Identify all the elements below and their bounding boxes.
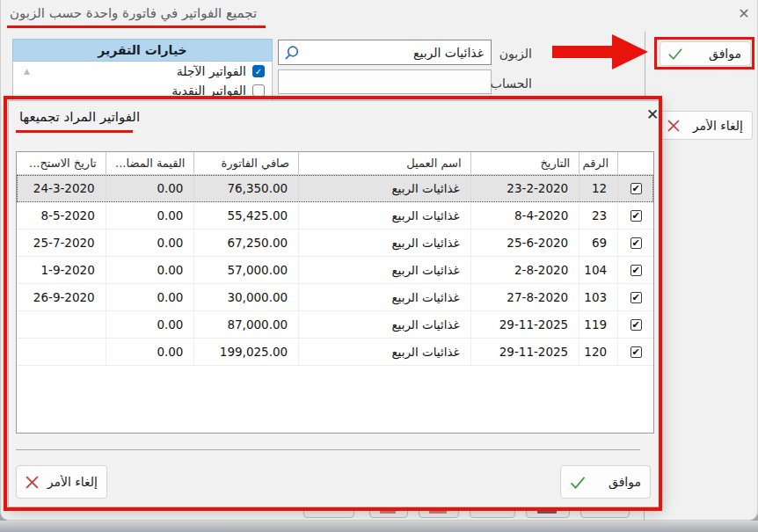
option-checkbox[interactable] bbox=[252, 84, 265, 97]
column-header-date[interactable]: التاريخ bbox=[470, 152, 579, 174]
invoices-to-merge-dialog: الفواتير المراد تجميعها ✕ تاريخ الاستح..… bbox=[8, 100, 662, 507]
cell-vat: 0.00 bbox=[106, 311, 194, 338]
green-check-icon bbox=[667, 47, 683, 61]
cell-number: 23 bbox=[579, 202, 617, 229]
close-icon[interactable]: ✕ bbox=[733, 4, 754, 25]
row-checkbox[interactable]: ✔ bbox=[630, 265, 642, 276]
cell-net: 30,000.00 bbox=[193, 284, 298, 310]
report-options-list: ▲ الفواتير الآجلة✓الفواتير النقدية bbox=[12, 62, 273, 102]
column-header-number[interactable]: الرقم bbox=[579, 152, 617, 174]
cell-checkbox: ✔ bbox=[617, 339, 653, 365]
row-checkbox[interactable]: ✔ bbox=[630, 183, 642, 194]
screen: تجميع الفواتير في فاتورة واحدة حسب الزبو… bbox=[0, 0, 758, 532]
dialog-close-icon[interactable]: ✕ bbox=[642, 104, 663, 125]
cell-customer: غذائيات الربيع bbox=[298, 257, 470, 283]
cell-number: 120 bbox=[579, 339, 617, 365]
cell-number: 119 bbox=[579, 311, 617, 338]
cell-vat: 0.00 bbox=[106, 339, 194, 365]
option-checkbox[interactable]: ✓ bbox=[252, 65, 265, 77]
cell-date: 8-4-2020 bbox=[470, 202, 579, 229]
cell-date: 29-11-2025 bbox=[470, 339, 579, 365]
cell-vat: 0.00 bbox=[106, 230, 194, 256]
cell-due: 26-9-2020 bbox=[17, 284, 106, 310]
account-label: الحساب bbox=[492, 77, 532, 91]
red-x-icon bbox=[667, 119, 681, 133]
row-checkbox[interactable]: ✔ bbox=[630, 292, 642, 303]
cell-checkbox: ✔ bbox=[617, 257, 653, 283]
report-options-header: خيارات التقرير bbox=[12, 39, 273, 62]
cell-vat: 0.00 bbox=[106, 284, 194, 310]
table-row[interactable]: 26-9-20200.0030,000.00غذائيات الربيع27-8… bbox=[17, 284, 653, 311]
row-checkbox[interactable]: ✔ bbox=[630, 237, 642, 249]
cell-customer: غذائيات الربيع bbox=[298, 311, 470, 338]
table-row[interactable]: 0.00199,025.00غذائيات الربيع29-11-202512… bbox=[17, 339, 653, 366]
table-header-row: تاريخ الاستح...القيمة المضا...صافي الفات… bbox=[17, 152, 653, 175]
report-option-item[interactable]: الفواتير الآجلة✓ bbox=[13, 62, 272, 81]
account-field[interactable] bbox=[278, 69, 492, 94]
cancel-button-main[interactable]: إلغاء الأمر bbox=[659, 111, 753, 140]
report-option-label: الفواتير الآجلة bbox=[177, 64, 246, 78]
cell-due: 8-5-2020 bbox=[17, 202, 106, 229]
cell-date: 27-8-2020 bbox=[470, 284, 579, 310]
table-row[interactable]: 25-7-20200.0067,250.00غذائيات الربيع25-6… bbox=[17, 230, 653, 257]
column-header-due[interactable]: تاريخ الاستح... bbox=[17, 152, 106, 174]
panel-divider bbox=[644, 511, 645, 521]
cell-net: 55,425.00 bbox=[193, 202, 298, 229]
cell-net: 57,000.00 bbox=[193, 257, 298, 283]
cell-due: 25-7-2020 bbox=[17, 230, 106, 256]
customer-search-field[interactable] bbox=[278, 40, 492, 65]
cell-number: 104 bbox=[579, 257, 617, 283]
cell-checkbox: ✔ bbox=[617, 175, 653, 201]
red-x-icon bbox=[25, 475, 40, 490]
ok-button-main[interactable]: موافق bbox=[660, 41, 751, 66]
column-header-vat[interactable]: القيمة المضا... bbox=[106, 152, 194, 174]
report-options-panel: خيارات التقرير ▲ الفواتير الآجلة✓الفواتي… bbox=[12, 39, 273, 102]
search-icon bbox=[284, 45, 300, 61]
row-checkbox[interactable]: ✔ bbox=[630, 210, 642, 222]
cancel-button-dialog[interactable]: إلغاء الأمر bbox=[16, 465, 107, 499]
table-row[interactable]: 0.0087,000.00غذائيات الربيع29-11-2025119… bbox=[17, 311, 653, 339]
cell-customer: غذائيات الربيع bbox=[298, 202, 470, 229]
cell-due bbox=[17, 339, 106, 365]
cell-due: 1-9-2020 bbox=[17, 257, 106, 283]
dialog-separator bbox=[16, 449, 640, 450]
window-title: تجميع الفواتير في فاتورة واحدة حسب الزبو… bbox=[10, 5, 257, 21]
ok-button-dialog[interactable]: موافق bbox=[560, 465, 651, 499]
cell-customer: غذائيات الربيع bbox=[298, 175, 470, 201]
cell-net: 199,025.00 bbox=[193, 339, 298, 365]
cell-checkbox: ✔ bbox=[617, 284, 653, 310]
table-row[interactable]: 8-5-20200.0055,425.00غذائيات الربيع8-4-2… bbox=[17, 202, 653, 230]
column-header-checkbox[interactable] bbox=[617, 152, 653, 174]
cell-net: 87,000.00 bbox=[193, 311, 298, 338]
report-option-item[interactable]: الفواتير النقدية bbox=[13, 81, 272, 100]
cell-vat: 0.00 bbox=[106, 257, 194, 283]
cell-net: 67,250.00 bbox=[193, 230, 298, 256]
row-checkbox[interactable]: ✔ bbox=[630, 346, 642, 358]
cell-checkbox: ✔ bbox=[617, 311, 653, 338]
cell-number: 69 bbox=[579, 230, 617, 256]
cell-net: 76,350.00 bbox=[193, 175, 298, 201]
cell-number: 12 bbox=[579, 175, 617, 201]
cell-date: 23-2-2020 bbox=[470, 175, 579, 201]
cell-customer: غذائيات الربيع bbox=[298, 284, 470, 310]
cell-customer: غذائيات الربيع bbox=[298, 230, 470, 256]
green-check-icon bbox=[569, 475, 587, 490]
table-row[interactable]: 24-3-20200.0076,350.00غذائيات الربيع23-2… bbox=[17, 175, 653, 202]
report-option-label: الفواتير النقدية bbox=[171, 84, 246, 98]
cell-checkbox: ✔ bbox=[617, 230, 653, 256]
cell-vat: 0.00 bbox=[106, 175, 194, 201]
table-row[interactable]: 1-9-20200.0057,000.00غذائيات الربيع2-8-2… bbox=[17, 257, 653, 284]
column-header-customer[interactable]: اسم العميل bbox=[298, 152, 470, 174]
dialog-title: الفواتير المراد تجميعها bbox=[19, 109, 140, 125]
column-header-net[interactable]: صافي الفاتورة bbox=[193, 152, 298, 174]
scrollbar-up-icon[interactable]: ▲ bbox=[24, 67, 30, 76]
cell-due: 24-3-2020 bbox=[17, 175, 106, 201]
cell-vat: 0.00 bbox=[106, 202, 194, 229]
cell-due bbox=[17, 311, 106, 338]
panel-divider bbox=[645, 32, 645, 97]
customer-label: الزبون bbox=[495, 47, 532, 61]
cell-date: 2-8-2020 bbox=[470, 257, 579, 283]
row-checkbox[interactable]: ✔ bbox=[630, 319, 642, 331]
customer-search-input[interactable] bbox=[300, 40, 491, 64]
cell-number: 103 bbox=[579, 284, 617, 310]
